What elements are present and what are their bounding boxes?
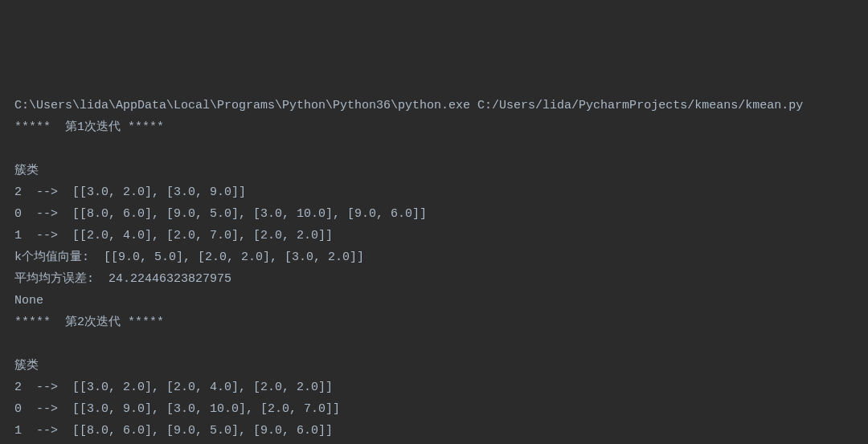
console-line: 平均均方误差: 24.22446323827975: [14, 268, 854, 290]
console-line: 簇类: [14, 160, 854, 181]
console-line: 0 --> [[8.0, 6.0], [9.0, 5.0], [3.0, 10.…: [14, 203, 854, 225]
console-line: None: [14, 290, 854, 312]
console-line: [14, 333, 854, 355]
console-line: 2 --> [[3.0, 2.0], [3.0, 9.0]]: [14, 181, 854, 203]
console-line: 0 --> [[3.0, 9.0], [3.0, 10.0], [2.0, 7.…: [14, 398, 854, 420]
console-line: 簇类: [14, 355, 854, 377]
console-line: 1 --> [[8.0, 6.0], [9.0, 5.0], [9.0, 6.0…: [14, 420, 854, 442]
console-line: C:\Users\lida\AppData\Local\Programs\Pyt…: [14, 95, 854, 116]
console-line: ***** 第1次迭代 *****: [14, 116, 854, 138]
console-line: [14, 138, 854, 160]
console-line: 1 --> [[2.0, 4.0], [2.0, 7.0], [2.0, 2.0…: [14, 225, 854, 246]
console-line: k个均值向量: [[9.0, 5.0], [2.0, 2.0], [3.0, 2…: [14, 246, 854, 268]
console-line: 2 --> [[3.0, 2.0], [2.0, 4.0], [2.0, 2.0…: [14, 377, 854, 398]
console-line: ***** 第2次迭代 *****: [14, 312, 854, 333]
console-output: C:\Users\lida\AppData\Local\Programs\Pyt…: [14, 95, 854, 444]
